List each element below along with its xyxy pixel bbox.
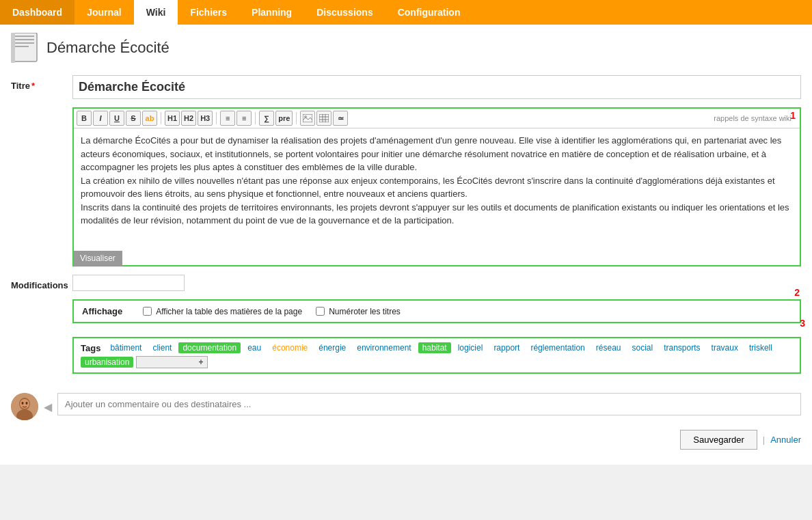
italic-button[interactable]: I	[93, 111, 108, 126]
image-icon	[303, 114, 312, 122]
ol-button[interactable]: ≡	[236, 111, 252, 126]
editor-toolbar: B I U S ab H1 H2 H3 ≡ ≡ ∑ pre	[74, 109, 800, 128]
affichage-wrap-outer: 2 Affichage Afficher la table des matièr…	[72, 299, 801, 330]
editor-content[interactable]: La démarche ÉcoCités a pour but de dynam…	[74, 128, 800, 265]
action-row: Sauvegarder | Annuler	[11, 430, 801, 454]
comment-input[interactable]	[57, 393, 801, 415]
wiki-page-icon	[11, 33, 38, 63]
syntax-link[interactable]: rappels de syntaxe wiki	[714, 114, 797, 122]
affichage-spacer	[11, 299, 72, 305]
tag-eau[interactable]: eau	[243, 342, 265, 353]
action-separator: |	[763, 435, 765, 445]
tag-triskell[interactable]: triskell	[745, 342, 776, 353]
visualiser-button[interactable]: Visualiser	[73, 251, 122, 266]
toc-checkbox-group: Afficher la table des matières de la pag…	[143, 307, 302, 316]
tag-habitat[interactable]: habitat	[418, 342, 451, 353]
comment-arrow-icon: ◀	[44, 393, 52, 420]
page-title-row: Démarche Écocité	[11, 33, 801, 63]
toolbar-sep-3	[255, 112, 256, 124]
label-num-1: 1	[790, 110, 796, 121]
tags-section: Tags bâtiment client documentation eau é…	[72, 337, 801, 374]
editor-row: B I U S ab H1 H2 H3 ≡ ≡ ∑ pre	[11, 107, 801, 266]
tag-reseau[interactable]: réseau	[592, 342, 625, 353]
svg-rect-3	[15, 42, 34, 44]
h2-button[interactable]: H2	[181, 111, 196, 126]
nav-discussions[interactable]: Discussions	[304, 0, 385, 25]
label-num-3: 3	[800, 318, 805, 329]
affichage-row: 2 Affichage Afficher la table des matièr…	[11, 299, 801, 330]
tags-spacer	[11, 337, 72, 342]
editor-wrap-outer: B I U S ab H1 H2 H3 ≡ ≡ ∑ pre	[72, 107, 801, 266]
svg-point-17	[22, 402, 24, 405]
bold-button[interactable]: B	[77, 111, 92, 126]
modifications-label: Modifications	[11, 275, 72, 290]
toolbar-buttons: B I U S ab H1 H2 H3 ≡ ≡ ∑ pre	[77, 111, 712, 126]
tag-environnement[interactable]: environnement	[353, 342, 415, 353]
tag-energie[interactable]: énergie	[314, 342, 350, 353]
tag-add-button[interactable]: +	[136, 356, 208, 368]
tag-add-plus-icon[interactable]: +	[198, 357, 203, 367]
ul-button[interactable]: ≡	[220, 111, 235, 126]
tag-client[interactable]: client	[148, 342, 176, 353]
editor-area: B I U S ab H1 H2 H3 ≡ ≡ ∑ pre	[72, 107, 801, 266]
required-star: *	[31, 81, 35, 91]
tag-transports[interactable]: transports	[660, 342, 704, 353]
modifications-row: Modifications	[11, 275, 801, 291]
sum-button[interactable]: ∑	[259, 111, 274, 126]
toc-checkbox[interactable]	[143, 307, 152, 316]
nav-dashboard[interactable]: Dashboard	[0, 0, 75, 25]
nav-journal[interactable]: Journal	[75, 0, 134, 25]
tag-urbanisation[interactable]: urbanisation	[81, 357, 133, 368]
avatar-svg	[11, 393, 38, 420]
page-heading: Démarche Écocité	[46, 39, 170, 57]
tag-add-input[interactable]	[141, 357, 195, 367]
numbering-label: Numéroter les titres	[329, 307, 401, 316]
special-button[interactable]: ≃	[333, 111, 348, 126]
svg-rect-8	[319, 114, 329, 122]
tag-rapport[interactable]: rapport	[489, 342, 524, 353]
label-num-2: 2	[794, 287, 800, 298]
svg-point-18	[26, 402, 28, 405]
modifications-input-wrap	[72, 275, 801, 291]
modifications-input[interactable]	[72, 275, 185, 291]
numbering-checkbox[interactable]	[316, 307, 325, 316]
tag-documentation[interactable]: documentation	[178, 342, 241, 353]
tag-batiment[interactable]: bâtiment	[106, 342, 146, 353]
h3-button[interactable]: H3	[198, 111, 213, 126]
nav-planning[interactable]: Planning	[239, 0, 304, 25]
color-button[interactable]: ab	[142, 111, 157, 126]
nav-wiki[interactable]: Wiki	[134, 0, 178, 25]
tag-social[interactable]: social	[628, 342, 658, 353]
tag-reglementation[interactable]: réglementation	[526, 342, 588, 353]
pre-button[interactable]: pre	[275, 111, 293, 126]
table-button[interactable]	[316, 111, 331, 126]
svg-rect-1	[15, 36, 34, 37]
save-button[interactable]: Sauvegarder	[680, 430, 757, 450]
title-label: Titre*	[11, 75, 72, 91]
nav-configuration[interactable]: Configuration	[385, 0, 473, 25]
strikethrough-button[interactable]: S	[126, 111, 141, 126]
image-button[interactable]	[300, 111, 315, 126]
svg-rect-2	[15, 39, 34, 40]
toolbar-sep-2	[216, 112, 217, 124]
svg-rect-5	[11, 33, 15, 63]
comment-row: ◀	[11, 393, 801, 420]
title-input[interactable]	[72, 75, 801, 99]
user-avatar	[11, 393, 38, 420]
tags-label: Tags	[81, 343, 100, 353]
cancel-link[interactable]: Annuler	[770, 435, 801, 445]
affichage-section: Affichage Afficher la table des matières…	[72, 299, 801, 323]
tag-logiciel[interactable]: logiciel	[454, 342, 487, 353]
numbering-checkbox-group: Numéroter les titres	[316, 307, 401, 316]
editor-label-spacer	[11, 107, 72, 110]
tag-travaux[interactable]: travaux	[707, 342, 742, 353]
h1-button[interactable]: H1	[165, 111, 180, 126]
underline-button[interactable]: U	[109, 111, 124, 126]
toolbar-sep-1	[161, 112, 161, 124]
top-navigation: Dashboard Journal Wiki Fichiers Planning…	[0, 0, 812, 25]
title-input-wrap	[72, 75, 801, 99]
toolbar-sep-4	[296, 112, 297, 124]
tag-economie[interactable]: économie	[268, 342, 312, 353]
tags-wrap-outer: 3 Tags bâtiment client documentation eau…	[72, 337, 801, 383]
nav-fichiers[interactable]: Fichiers	[178, 0, 239, 25]
